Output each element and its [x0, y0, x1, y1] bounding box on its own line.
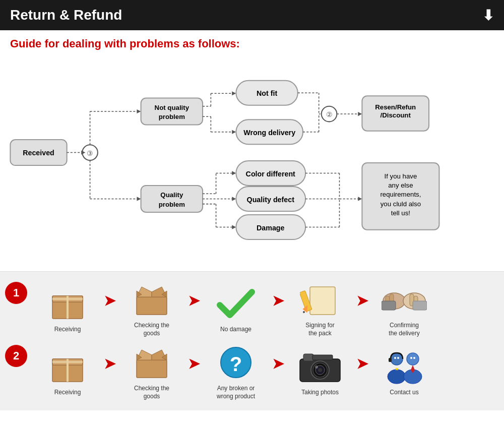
step-nodamage: No damage — [201, 283, 271, 334]
svg-text:Quality: Quality — [160, 191, 183, 199]
step-contact: ★ Contact us — [369, 346, 439, 397]
svg-point-2 — [82, 145, 98, 160]
page-header: Return & Refund ⬇ — [0, 0, 504, 30]
step-label-photos: Taking photos — [301, 389, 339, 397]
svg-rect-109 — [312, 355, 333, 360]
svg-point-83 — [302, 311, 305, 313]
step-confirming: Confirmingthe delivery — [369, 279, 439, 337]
pencil-icon — [297, 279, 343, 320]
svg-point-114 — [397, 357, 399, 359]
svg-rect-108 — [303, 354, 313, 361]
checkmark-icon — [213, 283, 259, 324]
step-label-contact: Contact us — [390, 389, 418, 397]
process-row-2: 2 Receiving ➤ — [5, 342, 499, 400]
step-receiving-1: Receiving — [32, 283, 103, 334]
svg-text:Color different: Color different — [246, 170, 296, 178]
step-label-receiving-2: Receiving — [54, 389, 81, 397]
svg-rect-54 — [236, 187, 305, 211]
svg-point-112 — [388, 370, 406, 384]
svg-rect-65 — [362, 163, 439, 230]
svg-marker-8 — [137, 109, 141, 113]
step-checking-2: Checking thegoods — [116, 342, 187, 400]
step-broken: ? Any broken orwrong product — [201, 342, 271, 400]
arrow-icon-3: ➤ — [272, 292, 284, 309]
step-label-confirming: Confirmingthe delivery — [389, 322, 419, 337]
svg-text:problem: problem — [159, 113, 185, 120]
svg-text:tell us!: tell us! — [391, 209, 410, 217]
step-items-1: Receiving ➤ Checking thegoods — [32, 279, 499, 337]
svg-marker-64 — [358, 197, 362, 201]
step-label-checking-2: Checking thegoods — [134, 385, 169, 400]
svg-rect-90 — [382, 301, 396, 310]
svg-point-30 — [322, 106, 337, 122]
svg-rect-15 — [141, 186, 203, 212]
svg-point-115 — [407, 353, 419, 365]
svg-rect-26 — [236, 81, 297, 105]
svg-rect-119 — [389, 358, 392, 362]
svg-point-118 — [413, 357, 415, 359]
box-open-icon-2 — [129, 342, 174, 383]
question-icon: ? — [213, 342, 259, 383]
svg-marker-5 — [81, 151, 85, 155]
svg-text:③: ③ — [87, 149, 93, 157]
svg-rect-56 — [236, 215, 305, 239]
svg-text:requirements,: requirements, — [380, 191, 421, 198]
svg-text:Wrong delivery: Wrong delivery — [243, 129, 295, 137]
svg-rect-91 — [413, 301, 427, 310]
step-number-1: 1 — [5, 282, 27, 304]
svg-text:/Discount: /Discount — [381, 111, 411, 119]
svg-text:problem: problem — [159, 201, 185, 208]
step-checking-1: Checking thegoods — [116, 279, 187, 337]
svg-point-110 — [315, 366, 318, 369]
svg-marker-38 — [358, 112, 362, 116]
box-open-icon-1 — [129, 279, 174, 320]
page-title: Return & Refund — [10, 7, 122, 23]
svg-text:?: ? — [230, 353, 242, 375]
svg-point-107 — [318, 368, 322, 372]
svg-rect-96 — [137, 360, 167, 378]
arrow-icon-8: ➤ — [356, 355, 368, 372]
step-label-checking-1: Checking thegoods — [134, 322, 169, 337]
step-receiving-2: Receiving — [32, 346, 103, 397]
arrow-icon-6: ➤ — [188, 355, 200, 372]
svg-text:★: ★ — [395, 366, 399, 372]
svg-text:Not quality: Not quality — [155, 104, 190, 111]
svg-text:Quality defect: Quality defect — [247, 196, 295, 204]
svg-text:Received: Received — [23, 149, 54, 157]
step-items-2: Receiving ➤ Checking thegoods ➤ — [32, 342, 499, 400]
svg-text:If you have: If you have — [384, 172, 417, 180]
arrow-icon-5: ➤ — [104, 355, 115, 372]
guide-title: Guide for dealing with problems as follo… — [0, 30, 504, 54]
svg-text:you cluld also: you cluld also — [381, 200, 421, 208]
svg-point-113 — [394, 357, 396, 359]
box-closed-icon-2 — [45, 346, 90, 387]
step-number-2: 2 — [5, 345, 27, 367]
step-photos: Taking photos — [285, 346, 355, 397]
contact-icon: ★ — [382, 346, 427, 387]
svg-rect-80 — [310, 287, 335, 315]
svg-rect-39 — [362, 96, 429, 131]
svg-rect-0 — [10, 140, 67, 165]
arrow-icon-4: ➤ — [356, 292, 368, 309]
arrow-icon-7: ➤ — [272, 355, 284, 372]
svg-rect-12 — [141, 98, 203, 125]
step-label-signing: Signing forthe pack — [305, 322, 334, 337]
arrow-icon-2: ➤ — [188, 292, 200, 309]
svg-text:Resen/Refun: Resen/Refun — [375, 103, 416, 111]
svg-rect-28 — [236, 119, 303, 144]
svg-marker-51 — [232, 225, 236, 229]
process-row-1: 1 Receiving ➤ — [5, 279, 499, 337]
down-arrow-icon: ⬇ — [482, 7, 494, 24]
svg-marker-45 — [232, 171, 236, 175]
step-label-nodamage: No damage — [220, 326, 251, 334]
svg-marker-21 — [232, 91, 236, 95]
handshake-icon — [382, 279, 427, 320]
camera-icon — [297, 346, 343, 387]
svg-rect-52 — [236, 161, 305, 186]
process-section: 1 Receiving ➤ — [0, 271, 504, 410]
svg-text:any else: any else — [388, 181, 413, 189]
svg-marker-25 — [232, 130, 236, 134]
step-label-receiving-1: Receiving — [54, 326, 81, 334]
step-signing: Signing forthe pack — [285, 279, 355, 337]
flowchart-section: Received ③ Not quality problem Quality p… — [0, 54, 504, 271]
